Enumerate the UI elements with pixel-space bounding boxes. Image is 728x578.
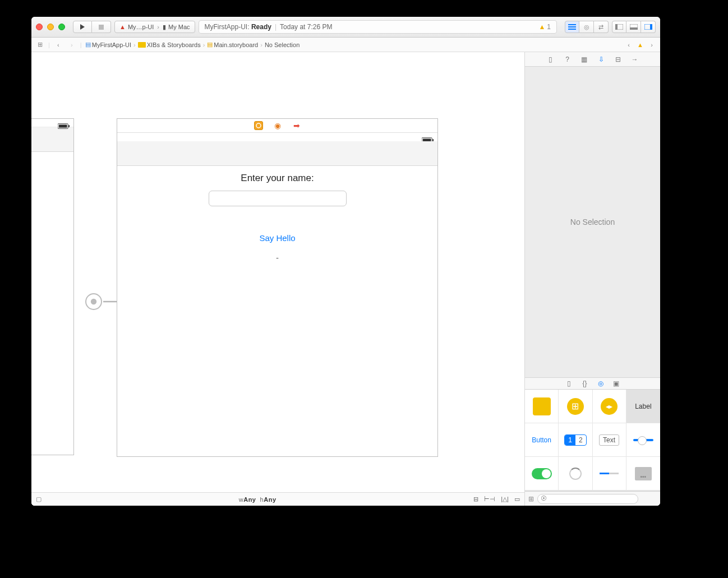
exit-icon[interactable]: ➡: [292, 121, 301, 130]
lib-item-view-controller[interactable]: [525, 390, 559, 423]
view-content[interactable]: Enter your name: Say Hello -: [117, 166, 437, 456]
scene-dock: ◉ ➡: [117, 119, 437, 133]
lib-item-textfield[interactable]: Text: [593, 423, 626, 457]
status-app: MyFirstApp-UI:: [205, 23, 250, 31]
warning-count: 1: [547, 23, 551, 31]
view-controller-icon[interactable]: [254, 121, 263, 130]
lib-item-progress[interactable]: [593, 457, 626, 491]
quick-help-tab[interactable]: ?: [563, 55, 572, 64]
svg-rect-2: [568, 24, 576, 25]
scene-partial[interactable]: [31, 118, 74, 455]
grid-view-icon[interactable]: ⊞: [528, 495, 534, 503]
toggle-debug-button[interactable]: [626, 21, 641, 33]
status-time: Today at 7:26 PM: [280, 23, 332, 31]
related-items-button[interactable]: ⊞: [35, 40, 45, 50]
scheme-device-name: My Mac: [168, 24, 190, 30]
media-library-tab[interactable]: ▣: [612, 380, 620, 387]
minimize-window-button[interactable]: [47, 24, 54, 30]
align-button[interactable]: ⊟: [473, 496, 478, 503]
close-window-button[interactable]: [36, 24, 43, 30]
version-editor-button[interactable]: ⇄: [594, 21, 609, 33]
activity-status: MyFirstApp-UI: Ready | Today at 7:26 PM …: [199, 20, 557, 34]
lib-item-button[interactable]: Button: [525, 423, 559, 457]
svg-rect-1: [99, 25, 104, 30]
object-library-grid: ⊞ ◂▸ Label Button 12 Text •••: [525, 390, 660, 491]
lib-item-collection[interactable]: ⊞: [559, 390, 592, 423]
interface-builder-canvas[interactable]: ◉ ➡ Enter your name: Say Hello -: [31, 52, 524, 506]
svg-point-17: [256, 123, 261, 128]
navigation-bar[interactable]: [117, 141, 437, 166]
crumb-project: MyFirstApp-UI: [92, 41, 131, 48]
toggle-navigator-button[interactable]: [612, 21, 626, 33]
lib-item-slider[interactable]: [626, 423, 660, 457]
battery-icon: [422, 136, 434, 138]
identity-inspector-tab[interactable]: ▦: [580, 55, 589, 64]
prev-issue-button[interactable]: ‹: [624, 40, 634, 50]
svg-rect-3: [568, 26, 576, 27]
inspector-body: No Selection: [525, 67, 660, 377]
run-button[interactable]: [73, 21, 92, 33]
inspector-tabs: ▯ ? ▦ ⇩ ⊟ →: [525, 52, 660, 67]
toggle-utilities-button[interactable]: [641, 21, 656, 33]
battery-icon: [58, 122, 70, 123]
library-filter-input[interactable]: [537, 494, 638, 504]
toolbar: ▲ My…p-UI › ▮ My Mac MyFirstApp-UI: Read…: [31, 17, 660, 38]
zoom-window-button[interactable]: [58, 24, 65, 30]
project-icon: ▤: [85, 41, 91, 48]
scheme-app-name: My…p-UI: [128, 24, 154, 30]
lib-item-page-control[interactable]: •••: [626, 457, 660, 491]
status-bar-sim: [117, 133, 437, 141]
resizing-button[interactable]: ▭: [514, 496, 520, 503]
stop-button[interactable]: [92, 21, 111, 33]
library-tabs: ▯ {} ◎ ▣: [525, 377, 660, 390]
file-inspector-tab[interactable]: ▯: [546, 55, 555, 64]
scene-view-controller[interactable]: ◉ ➡ Enter your name: Say Hello -: [117, 118, 438, 457]
back-button[interactable]: ‹: [53, 40, 63, 50]
chevron-right-icon: ›: [157, 24, 159, 30]
first-responder-icon[interactable]: ◉: [273, 121, 282, 130]
chevron-right-icon: ›: [203, 41, 205, 48]
object-library-tab[interactable]: ◎: [597, 380, 605, 387]
warning-icon: ▲: [637, 41, 643, 48]
size-inspector-tab[interactable]: ⊟: [614, 55, 623, 64]
svg-rect-6: [615, 24, 618, 30]
xcode-icon: ▲: [119, 24, 126, 30]
library-filter-bar: ⊞ ⦿: [525, 491, 660, 506]
canvas-bottom-bar: ▢ wAny hAny ⊟ ⊢⊣ |△| ▭: [31, 492, 524, 506]
body-split: ◉ ➡ Enter your name: Say Hello -: [31, 52, 660, 506]
lib-item-activity[interactable]: [559, 457, 592, 491]
scheme-selector[interactable]: ▲ My…p-UI › ▮ My Mac: [114, 21, 195, 33]
chevron-right-icon: ›: [260, 41, 262, 48]
lib-item-switch[interactable]: [525, 457, 559, 491]
chevron-right-icon: ›: [133, 41, 136, 48]
say-hello-button[interactable]: Say Hello: [259, 233, 295, 243]
run-stop-group: [73, 21, 111, 33]
resolve-issues-button[interactable]: |△|: [501, 496, 509, 503]
size-class-control[interactable]: wAny hAny: [239, 496, 277, 503]
connections-inspector-tab[interactable]: →: [630, 55, 639, 64]
file-template-tab[interactable]: ▯: [565, 380, 573, 387]
lib-item-label[interactable]: Label: [626, 390, 660, 423]
standard-editor-button[interactable]: [565, 21, 579, 33]
pin-button[interactable]: ⊢⊣: [484, 496, 495, 503]
forward-button[interactable]: ›: [67, 40, 77, 50]
svg-point-14: [91, 299, 96, 304]
attributes-inspector-tab[interactable]: ⇩: [597, 55, 606, 64]
svg-marker-0: [80, 24, 85, 30]
assistant-editor-button[interactable]: ◎: [579, 21, 594, 33]
output-label[interactable]: -: [276, 253, 279, 262]
breadcrumb[interactable]: ▤ MyFirstApp-UI › XIBs & Storyboards › ▤…: [85, 41, 300, 48]
status-state: Ready: [251, 23, 271, 31]
issue-indicator[interactable]: ▲ 1: [538, 23, 551, 31]
code-snippet-tab[interactable]: {}: [581, 380, 589, 387]
enter-name-label[interactable]: Enter your name:: [241, 173, 314, 184]
next-issue-button[interactable]: ›: [647, 40, 657, 50]
name-textfield[interactable]: [209, 191, 347, 206]
jump-bar: ⊞ | ‹ › | ▤ MyFirstApp-UI › XIBs & Story…: [31, 38, 660, 52]
lib-item-page[interactable]: ◂▸: [593, 390, 626, 423]
document-outline-toggle[interactable]: ▢: [36, 496, 42, 503]
lib-item-segmented[interactable]: 12: [559, 423, 592, 457]
utilities-panel: ▯ ? ▦ ⇩ ⊟ → No Selection ▯ {} ◎ ▣ ⊞ ◂▸ L…: [524, 52, 660, 506]
crumb-file: Main.storyboard: [214, 41, 258, 48]
no-selection-label: No Selection: [570, 218, 615, 226]
